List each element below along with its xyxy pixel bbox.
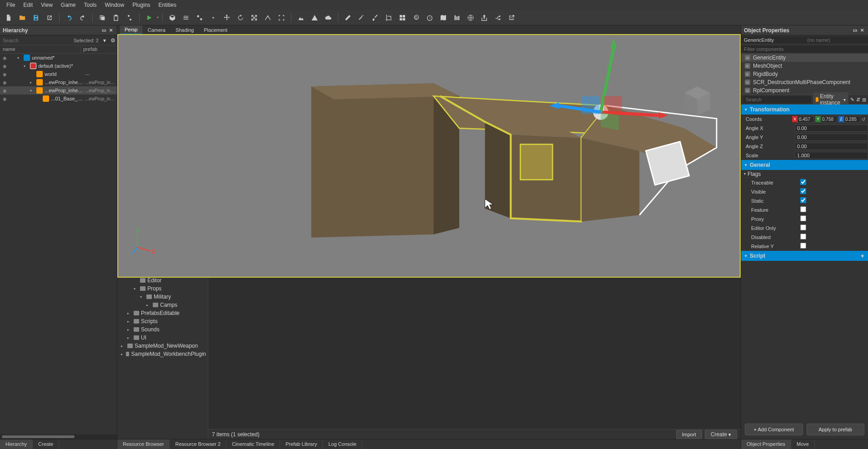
hierarchy-search-input[interactable]	[0, 37, 74, 44]
visibility-icon[interactable]: ◉	[3, 64, 8, 69]
resource-tree-row[interactable]: ▾ Military	[117, 293, 208, 301]
coord-y-input[interactable]	[821, 116, 837, 123]
paste-icon[interactable]	[110, 12, 122, 24]
expand-icon[interactable]: ▸	[127, 311, 132, 315]
menu-window[interactable]: Window	[101, 0, 128, 10]
hierarchy-row[interactable]: ◉ ▸ ...ewProp_inherited_1 ...ewProp_inhe…	[0, 78, 117, 86]
component-rpl[interactable]: GRplComponent	[741, 86, 868, 95]
tab-placement[interactable]: Placement	[199, 26, 232, 34]
tab-log-console[interactable]: Log Console	[323, 439, 362, 449]
flag-checkbox[interactable]	[800, 188, 806, 194]
filter-components-input[interactable]	[741, 45, 868, 53]
entity-name-field[interactable]	[805, 36, 868, 44]
menu-game[interactable]: Game	[57, 0, 80, 10]
bounds-icon[interactable]	[276, 12, 287, 24]
expand-icon[interactable]: ▸	[127, 328, 132, 332]
angle-y-input[interactable]	[795, 134, 868, 141]
expand-icon[interactable]: ▾	[24, 64, 28, 68]
flag-checkbox[interactable]	[800, 243, 806, 249]
expand-icon[interactable]: ▸	[121, 352, 124, 356]
tab-object-properties[interactable]: Object Properties	[741, 439, 791, 449]
component-destruction[interactable]: GSCR_DestructionMultiPhaseComponent	[741, 78, 868, 86]
expand-icon[interactable]: ▸	[30, 80, 35, 85]
expand-icon[interactable]: ▾	[17, 56, 22, 60]
tab-camera[interactable]: Camera	[143, 26, 170, 34]
tab-move[interactable]: Move	[791, 439, 815, 449]
resource-tree-row[interactable]: ▸ Sounds	[117, 325, 208, 334]
component-genericentity[interactable]: GGenericEntity	[741, 54, 868, 62]
component-meshobject[interactable]: EMeshObject	[741, 62, 868, 70]
move-icon[interactable]	[221, 12, 233, 24]
wand-icon[interactable]	[356, 12, 367, 24]
expand-icon[interactable]: ▾	[30, 89, 35, 93]
panel-collapse-icon[interactable]: ▭	[100, 27, 107, 34]
menu-edit[interactable]: Edit	[20, 0, 36, 10]
redo-icon[interactable]	[77, 12, 89, 24]
menu-tools[interactable]: Tools	[80, 0, 100, 10]
reset-icon[interactable]: ↺	[862, 117, 868, 122]
menu-view[interactable]: View	[37, 0, 56, 10]
expand-icon[interactable]: ▾	[134, 287, 138, 291]
flag-checkbox[interactable]	[800, 215, 806, 221]
hierarchy-icon[interactable]: ⇵	[856, 96, 860, 103]
import-button[interactable]: Import	[676, 430, 702, 439]
list-icon[interactable]	[180, 12, 192, 24]
link-icon[interactable]	[194, 12, 206, 24]
resource-tree-row[interactable]: ▸ SampleMod_WorkbenchPlugin	[117, 350, 208, 358]
expand-icon[interactable]: ▸	[121, 344, 125, 348]
panel-close-icon[interactable]: ✕	[859, 27, 865, 34]
copy-icon[interactable]	[96, 12, 108, 24]
brush-icon[interactable]	[369, 12, 381, 24]
warning-icon[interactable]	[309, 12, 321, 24]
gear-icon[interactable]: ⚙	[109, 37, 117, 44]
visibility-icon[interactable]: ◉	[3, 55, 8, 60]
cloud-icon[interactable]	[322, 12, 334, 24]
edit-icon[interactable]: ✎	[850, 96, 854, 103]
tab-hierarchy[interactable]: Hierarchy	[0, 439, 33, 449]
apply-to-prefab-button[interactable]: Apply to prefab	[807, 424, 865, 435]
section-general-header[interactable]: ▾ General	[741, 160, 868, 170]
tab-persp[interactable]: Persp	[120, 25, 142, 34]
expand-icon[interactable]: ▸	[146, 303, 151, 307]
coord-z-input[interactable]	[844, 116, 860, 123]
undo-icon[interactable]	[63, 12, 75, 24]
scale-input[interactable]	[795, 152, 868, 159]
visibility-icon[interactable]: ◉	[3, 88, 8, 93]
resource-tree-row[interactable]: ▸ Camps	[117, 301, 208, 309]
cut-icon[interactable]	[124, 12, 135, 24]
resource-tree-row[interactable]: ▸ SampleMod_NewWeapon	[117, 342, 208, 350]
flag-checkbox[interactable]	[800, 206, 806, 212]
resource-tree-row[interactable]: ▾ Props	[117, 284, 208, 293]
timer-icon[interactable]	[424, 12, 436, 24]
col-name[interactable]: name	[0, 45, 80, 53]
open-folder-icon[interactable]	[16, 12, 28, 24]
crop-icon[interactable]	[383, 12, 395, 24]
shuffle-icon[interactable]	[492, 12, 504, 24]
tab-cinematic-timeline[interactable]: Cinematic Timeline	[226, 439, 280, 449]
menu-entities[interactable]: Entities	[155, 0, 180, 10]
resource-tree-row[interactable]: ▸ Scripts	[117, 317, 208, 325]
resource-tree-row[interactable]: ▸ UI	[117, 334, 208, 342]
save-icon[interactable]	[30, 12, 42, 24]
spline-icon[interactable]	[262, 12, 274, 24]
export2-icon[interactable]	[506, 12, 517, 24]
cube-icon[interactable]	[166, 12, 178, 24]
gear-icon[interactable]	[410, 12, 422, 24]
grid-icon[interactable]	[396, 12, 408, 24]
ruler-icon[interactable]	[342, 12, 354, 24]
flag-checkbox[interactable]	[800, 234, 806, 239]
external-icon[interactable]	[44, 12, 55, 24]
panel-close-icon[interactable]: ✕	[108, 27, 114, 34]
visibility-icon[interactable]: ◉	[3, 96, 8, 101]
expand-icon[interactable]: ▾	[140, 295, 145, 299]
section-transformation-header[interactable]: ▾ Transformation	[741, 105, 868, 115]
flag-checkbox[interactable]	[800, 179, 806, 185]
tab-resource-browser-2[interactable]: Resource Browser 2	[170, 439, 226, 449]
scale-icon[interactable]	[248, 12, 260, 24]
resource-tree-row[interactable]: ▸ PrefabsEditable	[117, 309, 208, 317]
property-search-input[interactable]	[743, 96, 811, 103]
snap-icon[interactable]	[207, 12, 219, 24]
new-file-icon[interactable]	[3, 12, 15, 24]
coord-x-input[interactable]	[798, 116, 814, 123]
hierarchy-row[interactable]: ◉ world ---	[0, 70, 117, 78]
